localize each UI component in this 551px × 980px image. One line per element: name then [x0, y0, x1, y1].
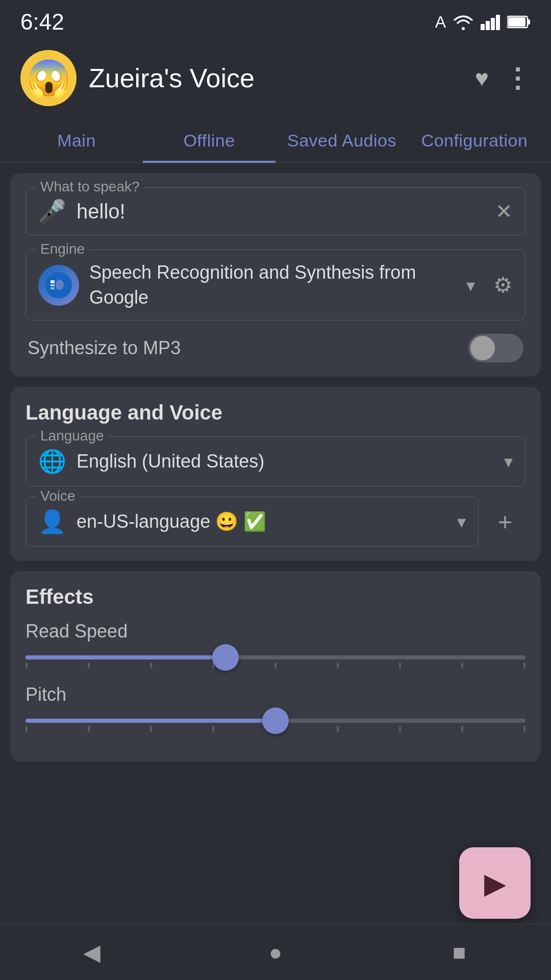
- tick: [461, 726, 463, 732]
- recent-icon: ■: [453, 940, 466, 965]
- person-icon: 👤: [38, 508, 66, 535]
- tab-saved-audios[interactable]: Saved Audios: [276, 116, 408, 162]
- home-icon: ●: [269, 940, 283, 965]
- tab-bar: Main Offline Saved Audios Configuration: [0, 116, 551, 163]
- synthesize-toggle[interactable]: [468, 334, 523, 362]
- more-options-icon[interactable]: ⋮: [504, 63, 531, 93]
- svg-rect-5: [528, 19, 530, 24]
- speak-field[interactable]: What to speak? 🎤 hello! ✕: [26, 187, 525, 235]
- engine-field[interactable]: Engine Speech Recognition and Synthesis …: [26, 250, 525, 321]
- app-title: Zueira's Voice: [89, 63, 475, 93]
- tick: [88, 726, 90, 732]
- tab-offline[interactable]: Offline: [143, 116, 276, 162]
- engine-settings-icon[interactable]: ⚙: [493, 273, 513, 298]
- effects-card: Effects Read Speed Pitch: [10, 571, 541, 762]
- pitch-slider-container: [26, 714, 525, 737]
- read-speed-fill: [26, 655, 226, 659]
- back-icon: ◀: [83, 939, 101, 965]
- play-icon: ▶: [484, 867, 506, 900]
- favorite-icon[interactable]: ♥: [475, 64, 489, 92]
- pitch-thumb[interactable]: [262, 707, 289, 734]
- svg-rect-10: [51, 287, 55, 289]
- tick: [523, 663, 525, 669]
- engine-dropdown-arrow[interactable]: ▾: [466, 275, 475, 296]
- recent-apps-button[interactable]: ■: [439, 932, 480, 973]
- status-time: 6:42: [20, 9, 64, 35]
- tick: [399, 726, 401, 732]
- avatar-emoji: 😱: [27, 57, 71, 99]
- battery-icon: [507, 15, 531, 29]
- tick: [150, 726, 152, 732]
- toggle-knob: [470, 336, 495, 360]
- engine-logo: [38, 265, 79, 306]
- globe-icon: 🌐: [38, 448, 66, 475]
- tick: [461, 663, 463, 669]
- home-button[interactable]: ●: [255, 932, 296, 973]
- voice-dropdown-arrow[interactable]: ▾: [457, 511, 466, 532]
- speak-field-label: What to speak?: [36, 179, 144, 195]
- signal-icon: [481, 14, 500, 30]
- tick: [88, 663, 90, 669]
- language-field-label: Language: [36, 428, 108, 444]
- voice-select[interactable]: Voice 👤 en-US-language 😀 ✅ ▾: [26, 497, 479, 547]
- svg-rect-9: [51, 284, 55, 286]
- engine-field-label: Engine: [36, 241, 89, 257]
- language-voice-title: Language and Voice: [26, 401, 525, 424]
- svg-rect-1: [486, 21, 490, 30]
- pitch-track: [26, 719, 525, 723]
- tick: [26, 663, 28, 669]
- synthesize-row: Synthesize to MP3: [26, 334, 525, 362]
- tick: [150, 663, 152, 669]
- tick: [337, 726, 339, 732]
- tick: [212, 726, 214, 732]
- effects-title: Effects: [26, 585, 525, 608]
- language-select[interactable]: Language 🌐 English (United States) ▾: [26, 436, 525, 486]
- wifi-icon: [453, 14, 473, 30]
- read-speed-track: [26, 655, 525, 659]
- voice-row: Voice 👤 en-US-language 😀 ✅ ▾ +: [26, 497, 525, 547]
- keyboard-icon: A: [435, 13, 446, 32]
- back-button[interactable]: ◀: [71, 932, 112, 973]
- main-content: What to speak? 🎤 hello! ✕ Engine Speech …: [0, 163, 551, 859]
- tab-main[interactable]: Main: [10, 116, 143, 162]
- tick: [399, 663, 401, 669]
- read-speed-ticks: [26, 663, 525, 669]
- engine-name: Speech Recognition and Synthesis from Go…: [89, 260, 456, 310]
- status-bar: 6:42 A: [0, 0, 551, 40]
- read-speed-label: Read Speed: [26, 621, 525, 642]
- svg-rect-2: [491, 18, 495, 30]
- language-voice-card: Language and Voice Language 🌐 English (U…: [10, 387, 541, 561]
- clear-icon[interactable]: ✕: [495, 200, 513, 223]
- header-actions: ♥ ⋮: [475, 63, 531, 93]
- tick: [523, 726, 525, 732]
- voice-value: en-US-language 😀 ✅: [77, 511, 447, 532]
- tab-configuration[interactable]: Configuration: [408, 116, 541, 162]
- play-button[interactable]: ▶: [459, 847, 531, 919]
- language-dropdown-arrow[interactable]: ▾: [504, 451, 513, 472]
- read-speed-thumb[interactable]: [212, 644, 239, 671]
- svg-rect-3: [496, 15, 500, 30]
- add-voice-button[interactable]: +: [485, 501, 525, 542]
- svg-rect-8: [51, 280, 55, 283]
- app-header: 😱 Zueira's Voice ♥ ⋮: [0, 40, 551, 116]
- language-value: English (United States): [77, 451, 494, 472]
- tick: [26, 726, 28, 732]
- voice-field-label: Voice: [36, 488, 80, 504]
- bottom-nav: ◀ ● ■: [0, 924, 551, 980]
- read-speed-slider-container: [26, 650, 525, 674]
- avatar: 😱: [20, 50, 77, 106]
- synthesize-label: Synthesize to MP3: [28, 337, 181, 359]
- svg-rect-6: [508, 17, 525, 27]
- tick: [337, 663, 339, 669]
- pitch-label: Pitch: [26, 684, 525, 705]
- pitch-fill: [26, 719, 276, 723]
- svg-rect-0: [481, 24, 485, 30]
- speak-input[interactable]: hello!: [77, 200, 485, 223]
- status-icons: A: [435, 13, 531, 32]
- mic-icon[interactable]: 🎤: [38, 198, 66, 225]
- speak-card: What to speak? 🎤 hello! ✕ Engine Speech …: [10, 173, 541, 377]
- tick: [274, 663, 277, 669]
